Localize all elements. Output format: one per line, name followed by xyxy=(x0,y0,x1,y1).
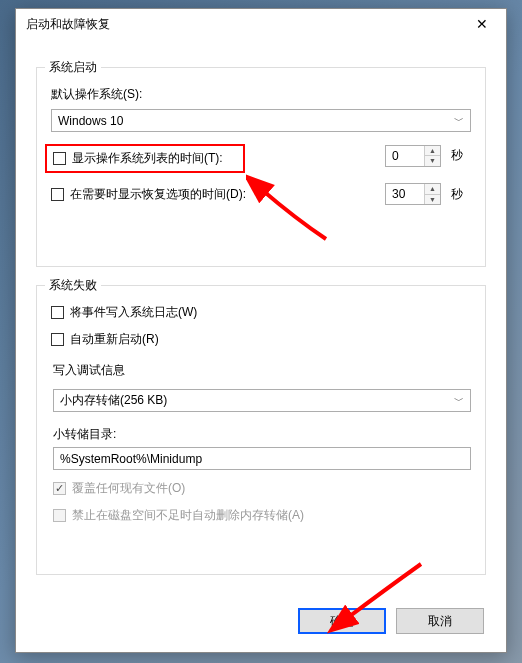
debug-type-select[interactable]: 小内存转储(256 KB) ﹀ xyxy=(53,389,471,412)
cancel-button[interactable]: 取消 xyxy=(396,608,484,634)
show-recovery-seconds-value: 30 xyxy=(386,184,424,204)
no-auto-delete-checkbox xyxy=(53,509,66,522)
spinner-up-icon[interactable]: ▲ xyxy=(425,184,440,195)
no-auto-delete-label: 禁止在磁盘空间不足时自动删除内存转储(A) xyxy=(72,507,304,524)
group-system-failure: 系统失败 将事件写入系统日志(W) 自动重新启动(R) 写入调试信息 小内存转储… xyxy=(36,285,486,575)
overwrite-checkbox xyxy=(53,482,66,495)
write-event-checkbox[interactable] xyxy=(51,306,64,319)
overwrite-label: 覆盖任何现有文件(O) xyxy=(72,480,185,497)
titlebar: 启动和故障恢复 ✕ xyxy=(16,9,506,39)
ok-button-label: 确定 xyxy=(330,613,354,630)
default-os-value: Windows 10 xyxy=(58,114,123,128)
show-recovery-seconds-spinner[interactable]: 30 ▲ ▼ xyxy=(385,183,441,205)
seconds-unit: 秒 xyxy=(451,147,471,164)
write-event-label: 将事件写入系统日志(W) xyxy=(70,304,197,321)
spinner-down-icon[interactable]: ▼ xyxy=(425,156,440,166)
group-label-startup: 系统启动 xyxy=(45,59,101,76)
dump-dir-label: 小转储目录: xyxy=(53,427,116,441)
spinner-down-icon[interactable]: ▼ xyxy=(425,195,440,205)
highlight-show-os-list: 显示操作系统列表的时间(T): xyxy=(45,144,245,173)
group-label-failure: 系统失败 xyxy=(45,277,101,294)
group-system-startup: 系统启动 默认操作系统(S): Windows 10 ﹀ 显示操作系统列表的时间… xyxy=(36,67,486,267)
show-os-list-label: 显示操作系统列表的时间(T): xyxy=(72,150,223,167)
cancel-button-label: 取消 xyxy=(428,613,452,630)
debug-info-label: 写入调试信息 xyxy=(53,362,471,379)
show-recovery-label: 在需要时显示恢复选项的时间(D): xyxy=(70,186,246,203)
debug-type-value: 小内存转储(256 KB) xyxy=(60,392,167,409)
show-os-list-checkbox[interactable] xyxy=(53,152,66,165)
spinner-up-icon[interactable]: ▲ xyxy=(425,146,440,157)
close-button[interactable]: ✕ xyxy=(466,12,498,36)
button-bar: 确定 取消 xyxy=(298,608,484,634)
startup-recovery-dialog: 启动和故障恢复 ✕ 系统启动 默认操作系统(S): Windows 10 ﹀ 显… xyxy=(15,8,507,653)
show-os-list-seconds-spinner[interactable]: 0 ▲ ▼ xyxy=(385,145,441,167)
close-icon: ✕ xyxy=(476,16,488,32)
show-recovery-checkbox[interactable] xyxy=(51,188,64,201)
auto-restart-label: 自动重新启动(R) xyxy=(70,331,159,348)
chevron-down-icon: ﹀ xyxy=(454,114,464,128)
dialog-title: 启动和故障恢复 xyxy=(26,16,466,33)
dump-dir-value: %SystemRoot%\Minidump xyxy=(60,452,202,466)
dump-dir-input[interactable]: %SystemRoot%\Minidump xyxy=(53,447,471,470)
auto-restart-checkbox[interactable] xyxy=(51,333,64,346)
default-os-select[interactable]: Windows 10 ﹀ xyxy=(51,109,471,132)
seconds-unit: 秒 xyxy=(451,186,471,203)
show-os-list-seconds-value: 0 xyxy=(386,146,424,166)
dialog-content: 系统启动 默认操作系统(S): Windows 10 ﹀ 显示操作系统列表的时间… xyxy=(16,39,506,587)
chevron-down-icon: ﹀ xyxy=(454,394,464,408)
default-os-label: 默认操作系统(S): xyxy=(51,86,471,103)
ok-button[interactable]: 确定 xyxy=(298,608,386,634)
